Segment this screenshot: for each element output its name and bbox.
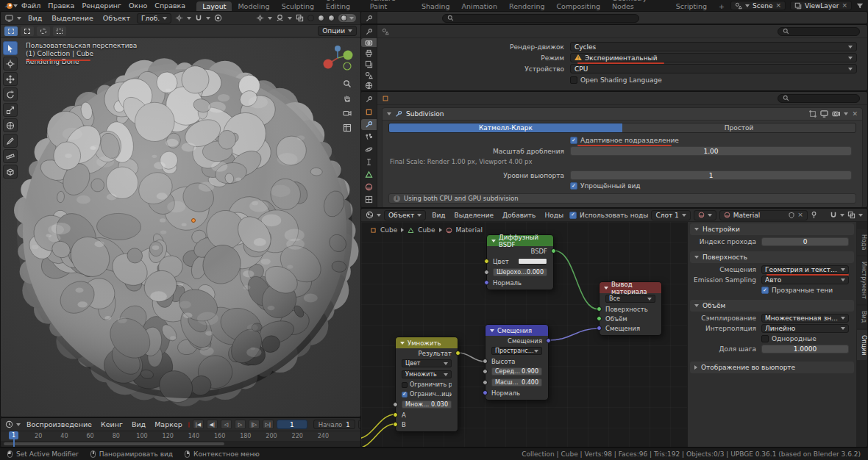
auto-keying-record-button[interactable] xyxy=(188,422,190,428)
unlink-view-layer-icon[interactable]: × xyxy=(842,2,847,9)
shader-type-dropdown[interactable]: Объект xyxy=(384,210,426,220)
editor-type-3d-icon[interactable] xyxy=(5,15,13,22)
zoom-view-icon[interactable] xyxy=(343,79,352,88)
socket-scale-input[interactable] xyxy=(483,380,488,385)
play-button[interactable]: ▷ xyxy=(235,420,246,429)
collapse-caret-icon[interactable] xyxy=(491,240,496,242)
filter-icon[interactable] xyxy=(856,2,864,10)
socket-height-input[interactable] xyxy=(483,359,488,364)
shader-overlays-caret-icon[interactable] xyxy=(858,214,863,217)
output-target-dropdown[interactable]: Все xyxy=(605,295,655,303)
settings-section-header[interactable]: Настройки xyxy=(690,223,854,235)
unlink-scene-icon[interactable]: × xyxy=(775,2,781,9)
viewport-3d[interactable]: Вид Выделение Объект Глоб. xyxy=(0,11,361,417)
properties-tab-texture[interactable] xyxy=(361,194,377,205)
tool-rotate[interactable] xyxy=(3,87,18,101)
modifier-extras-caret-icon[interactable] xyxy=(844,112,848,115)
properties-tab-object[interactable] xyxy=(361,107,377,118)
play-reverse-button[interactable]: ◁ xyxy=(221,420,232,429)
tool-cursor[interactable] xyxy=(3,57,18,71)
overlays-icon[interactable] xyxy=(276,14,284,22)
breadcrumb-material-name[interactable]: Material xyxy=(456,226,483,234)
surface-section-header[interactable]: Поверхность xyxy=(690,251,854,263)
menu-help[interactable]: Справка xyxy=(151,1,189,10)
snap-magnet-icon[interactable] xyxy=(195,14,202,22)
properties-tab-scene[interactable] xyxy=(361,71,377,80)
sidebar-tab-view[interactable]: Вид xyxy=(857,306,867,328)
shader-menu-node[interactable]: Ноды xyxy=(541,212,566,219)
shading-rendered-button[interactable] xyxy=(338,14,356,22)
properties-tab-view-layer[interactable] xyxy=(361,60,377,69)
gizmo-caret-icon[interactable] xyxy=(268,17,272,20)
roughness-slider[interactable]: Шероховат. 0.000 xyxy=(493,268,547,276)
blend-mode-dropdown[interactable]: Умножить xyxy=(402,370,452,378)
properties-tab-tool[interactable] xyxy=(361,94,377,105)
pivot-caret-icon[interactable] xyxy=(187,17,191,20)
properties-tab-material[interactable] xyxy=(361,182,377,193)
frame-start-field[interactable]: Начало1 xyxy=(313,420,355,429)
node-header[interactable]: Вывод материала xyxy=(600,282,661,293)
scene-selector[interactable]: Scene × xyxy=(730,1,786,10)
current-frame-field[interactable]: 1 xyxy=(277,420,307,429)
mix-data-type-dropdown[interactable]: Цвет xyxy=(402,359,452,367)
unlink-material-icon[interactable]: × xyxy=(797,212,803,218)
select-mode-lasso-button[interactable] xyxy=(53,26,66,36)
properties-tab-tool[interactable] xyxy=(361,27,377,37)
emission-sampling-dropdown[interactable]: Авто xyxy=(761,276,849,284)
sidebar-tab-options[interactable]: Опции xyxy=(857,330,867,360)
properties-tab-constraints[interactable] xyxy=(361,157,377,168)
socket-bsdf-output[interactable] xyxy=(551,248,556,254)
color-swatch[interactable] xyxy=(518,258,547,265)
shader-overlays-icon[interactable] xyxy=(847,211,855,219)
sidebar-tab-node[interactable]: Нода xyxy=(857,229,867,255)
properties-tab-render[interactable] xyxy=(361,38,377,48)
shading-wireframe-button[interactable] xyxy=(307,15,314,21)
socket-color-input[interactable] xyxy=(484,259,489,264)
tool-scale[interactable] xyxy=(3,103,18,117)
tool-add-cube[interactable] xyxy=(3,165,18,179)
overlays-caret-icon[interactable] xyxy=(288,17,292,20)
modifier-edit-mode-toggle-icon[interactable] xyxy=(809,110,817,118)
osl-checkbox[interactable] xyxy=(570,76,577,84)
snapping-caret-icon[interactable] xyxy=(840,214,844,217)
jump-to-start-button[interactable]: |◀ xyxy=(193,420,204,429)
socket-result-output[interactable] xyxy=(455,351,460,356)
object-origin-dot[interactable] xyxy=(191,218,196,223)
node-material-output[interactable]: Вывод материала Все Поверхность Объём xyxy=(599,281,662,336)
properties-tab-tool[interactable] xyxy=(361,14,377,24)
workspace-tab-geometry-nodes[interactable]: Geometry Nodes xyxy=(606,0,670,11)
workspace-tab-modeling[interactable]: Modeling xyxy=(232,1,275,11)
editor-type-shader-icon[interactable] xyxy=(366,211,374,219)
viewport-display-section-header[interactable]: Отображение во вьюпорте xyxy=(690,362,854,373)
select-mode-circle-button[interactable] xyxy=(37,26,50,36)
view-layer-selector[interactable]: ViewLayer × xyxy=(790,1,852,10)
scene-browse-caret-icon[interactable] xyxy=(745,4,750,7)
timeline-menu-playback[interactable]: Воспроизведение xyxy=(24,420,95,428)
render-engine-dropdown[interactable]: Cycles xyxy=(570,42,857,51)
shader-menu-select[interactable]: Выделение xyxy=(451,212,497,219)
clamp-result-checkbox[interactable] xyxy=(402,382,408,388)
node-diffuse-bsdf[interactable]: Диффузный BSDF BSDF Цвет Шероховат. 0.00… xyxy=(486,234,554,290)
blender-logo-icon[interactable] xyxy=(4,1,13,10)
properties-tab-output[interactable] xyxy=(361,48,377,58)
workspace-tab-sculpting[interactable]: Sculpting xyxy=(276,1,320,11)
workspace-tab-shading[interactable]: Shading xyxy=(416,1,456,11)
breadcrumb-object-name[interactable]: Cube xyxy=(380,226,397,234)
shader-editor[interactable]: Объект Вид Выделение Добавить Ноды Испол… xyxy=(360,208,868,448)
node-mix-multiply[interactable]: Умножить Результат Цвет Умножить xyxy=(395,337,458,432)
tool-transform[interactable] xyxy=(3,118,18,132)
modifier-realtime-toggle-icon[interactable] xyxy=(820,110,828,118)
tool-move[interactable] xyxy=(3,72,18,86)
browse-material-dropdown[interactable] xyxy=(694,210,716,220)
menu-window[interactable]: Окно xyxy=(125,1,151,10)
adaptive-subdivision-checkbox[interactable] xyxy=(570,137,577,144)
subdivision-type-catmull-clark[interactable]: Катмелл-Кларк xyxy=(389,123,622,132)
socket-a-input[interactable] xyxy=(393,412,398,417)
socket-factor-input[interactable] xyxy=(393,402,398,407)
timeline-menu-marker[interactable]: Маркер xyxy=(152,420,185,428)
node-displacement[interactable]: Смещения Смещения Пространство о... Высо… xyxy=(485,324,549,400)
pass-index-field[interactable]: 0 xyxy=(761,237,849,246)
factor-slider[interactable]: Множите 0.030 xyxy=(402,400,452,409)
node-header[interactable]: Диффузный BSDF xyxy=(487,235,553,246)
menu-edit[interactable]: Правка xyxy=(44,1,78,10)
